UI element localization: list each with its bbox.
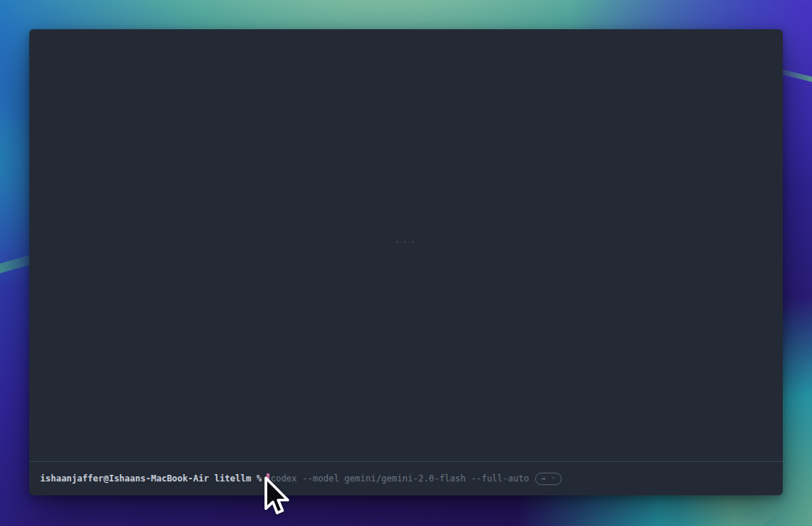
text-cursor bbox=[267, 473, 269, 484]
terminal-loading-ellipsis: ··· bbox=[394, 236, 418, 247]
desktop-wallpaper: ··· ishaanjaffer@Ishaans-MacBook-Air lit… bbox=[0, 0, 812, 526]
accept-suggestion-hint-badge: → · bbox=[535, 473, 561, 485]
terminal-window[interactable]: ··· ishaanjaffer@Ishaans-MacBook-Air lit… bbox=[29, 29, 783, 495]
shell-prompt: ishaanjaffer@Ishaans-MacBook-Air litellm… bbox=[40, 473, 261, 484]
terminal-output-area[interactable]: ··· bbox=[29, 29, 783, 461]
autosuggestion-command: codex --model gemini/gemini-2.0-flash --… bbox=[270, 473, 529, 484]
terminal-prompt-bar[interactable]: ishaanjaffer@Ishaans-MacBook-Air litellm… bbox=[29, 461, 783, 495]
